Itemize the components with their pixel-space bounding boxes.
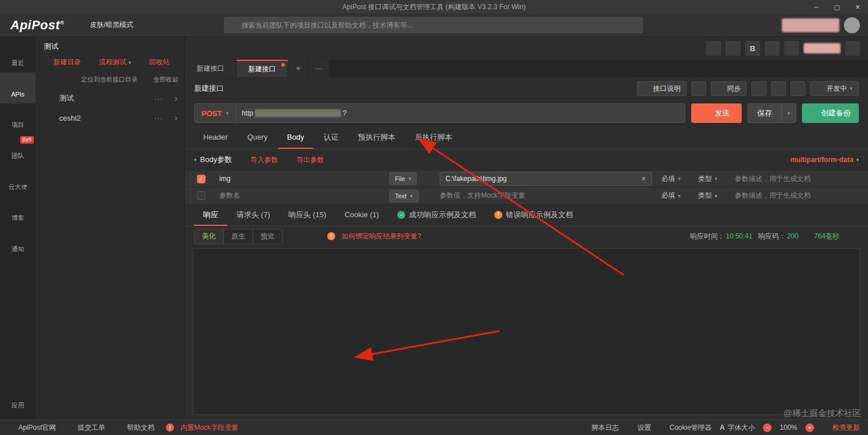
chevron-right-icon[interactable]: › <box>175 113 177 122</box>
param-required-select[interactable]: 必填▾ <box>661 174 698 184</box>
avatar[interactable] <box>844 17 860 33</box>
url-input[interactable]: http ? <box>236 109 352 117</box>
sidebar-item-notifications[interactable]: 通知 <box>0 228 36 259</box>
clear-value-icon[interactable]: ✕ <box>641 175 646 183</box>
param-desc-input[interactable]: 参数描述，用于生成文档 <box>735 191 868 201</box>
locate-current-api-button[interactable]: 定位到当前接口目录 <box>72 75 138 84</box>
sidebar-item-blog[interactable]: 博客 <box>0 197 36 228</box>
api-description-button[interactable]: 接口说明 <box>637 81 687 96</box>
method-select[interactable]: POST▾ <box>195 104 236 122</box>
tab-error-example[interactable]: ! 错误响应示例及文档 <box>485 205 582 226</box>
share-button[interactable] <box>751 81 766 96</box>
folder-more-icon[interactable]: ··· <box>154 114 163 122</box>
theme-toggle[interactable]: 皮肤/暗黑模式 <box>78 20 133 30</box>
statusbar-cookie-manager[interactable]: Cookie管理器 <box>659 423 711 433</box>
create-backup-button[interactable]: 创建备份 <box>802 103 859 123</box>
add-tab-button[interactable]: + <box>288 60 309 77</box>
tab-auth[interactable]: 认证 <box>315 126 348 149</box>
tree-folder[interactable]: ceshi2 ··· › <box>36 108 184 128</box>
tab-success-example[interactable]: ✓ 成功响应示例及文档 <box>388 205 485 226</box>
param-desc-input[interactable]: 参数描述，用于生成文档 <box>735 174 868 184</box>
statusbar-website[interactable]: ApiPost官网 <box>8 423 56 433</box>
chevron-right-icon[interactable]: › <box>175 94 177 103</box>
statusbar-script-log[interactable]: 脚本日志 <box>581 423 619 433</box>
tab-body[interactable]: Body <box>278 126 313 149</box>
new-directory-button[interactable]: 新建目录 <box>44 57 81 67</box>
export-params-button[interactable]: 导出参数 <box>287 155 324 165</box>
param-kind-select[interactable]: 类型▾ <box>698 174 735 184</box>
param-name-input[interactable]: img <box>217 175 389 183</box>
copy-button[interactable] <box>691 81 706 96</box>
save-button[interactable]: 保存 <box>747 103 781 123</box>
code-icon[interactable] <box>765 41 780 56</box>
statusbar-check-update[interactable]: 检查更新 <box>822 423 860 433</box>
param-type-select[interactable]: File▾ <box>389 172 417 185</box>
sidebar-item-apps[interactable]: 应用 <box>0 384 36 415</box>
bind-response-hint-link[interactable]: ! 如何绑定响应结果到变量? <box>327 232 421 241</box>
tab-header[interactable]: Header <box>194 126 237 149</box>
flow-test-button[interactable]: 流程测试▾ <box>89 57 131 67</box>
body-params-toggle[interactable]: ▾Body参数 <box>194 155 232 165</box>
import-params-button[interactable]: 导入参数 <box>241 155 278 165</box>
global-search[interactable] <box>224 17 643 33</box>
status-select[interactable]: 开发中▾ <box>810 81 859 96</box>
param-required-select[interactable]: 必填▾ <box>661 191 698 201</box>
param-type-select[interactable]: Text▾ <box>389 190 418 202</box>
doc-button[interactable] <box>790 81 805 96</box>
tab-request-headers[interactable]: 请求头 (7) <box>227 205 280 226</box>
param-enabled-checkbox[interactable]: ✓ <box>197 175 206 183</box>
flowchart-icon[interactable] <box>706 41 721 56</box>
param-value-input[interactable]: C:\fakepath\timg.jpg ✕ <box>440 172 652 186</box>
refresh-icon[interactable] <box>152 43 161 51</box>
tab-cookie[interactable]: Cookie (1) <box>335 205 388 226</box>
tab-post-script[interactable]: 后执行脚本 <box>406 126 462 149</box>
statusbar-settings[interactable]: 设置 <box>627 423 651 433</box>
doc-tab-active[interactable]: 新建接口 <box>237 60 288 77</box>
raw-button[interactable]: 原生 <box>224 229 253 244</box>
copy-response-button[interactable] <box>288 229 302 243</box>
zoom-in-icon[interactable]: + <box>805 424 814 432</box>
maximize-icon[interactable]: ▢ <box>827 0 847 14</box>
param-kind-select[interactable]: 类型▾ <box>698 191 735 201</box>
statusbar-ticket[interactable]: 提交工单 <box>67 423 105 433</box>
sidebar-item-cloud-ambassador[interactable]: 云大使 <box>0 165 36 197</box>
zoom-out-icon[interactable]: − <box>763 424 772 432</box>
recycle-bin-button[interactable]: 回收站 <box>140 57 170 67</box>
collapse-all-button[interactable]: 全部收起 <box>145 75 179 84</box>
sidebar-item-apis[interactable]: APIs <box>0 72 36 103</box>
share-icon[interactable] <box>168 43 176 51</box>
tab-pre-script[interactable]: 预执行脚本 <box>349 126 405 149</box>
param-name-input[interactable]: 参数名 <box>217 191 389 201</box>
eye-icon[interactable] <box>845 41 860 56</box>
close-icon[interactable]: ✕ <box>847 0 868 14</box>
content-type-select[interactable]: multipart/form-data▾ <box>790 156 859 164</box>
doc-tab[interactable]: 新建接口 <box>185 60 237 77</box>
lock-button[interactable] <box>771 81 786 96</box>
save-dropdown-icon[interactable]: ▾ <box>781 103 796 123</box>
search-input[interactable] <box>242 21 637 29</box>
folder-more-icon[interactable]: ··· <box>154 94 163 103</box>
param-enabled-checkbox[interactable] <box>197 191 206 200</box>
response-editor[interactable] <box>193 248 860 415</box>
send-button[interactable]: 发送 <box>691 103 742 123</box>
statusbar-mock-variables[interactable]: ! 内置Mock字段变量 <box>166 423 238 433</box>
sidebar-item-team[interactable]: 协作 团队 <box>0 134 36 165</box>
bold-icon[interactable]: B <box>745 41 760 56</box>
sync-button[interactable]: 同步 <box>711 81 747 96</box>
plugin-icon[interactable] <box>726 41 741 56</box>
statusbar-font-size[interactable]: A 字体大小 <box>720 423 755 433</box>
history-clock-icon[interactable] <box>845 229 859 243</box>
preview-button[interactable]: 预览 <box>253 229 282 244</box>
beautify-button[interactable]: 美化 <box>195 229 224 244</box>
more-tabs-button[interactable]: ··· <box>309 60 330 77</box>
param-value-input[interactable]: 参数值，支持Mock字段变量 <box>440 191 652 201</box>
search-response-button[interactable] <box>308 229 321 243</box>
tab-response-headers[interactable]: 响应头 (15) <box>280 205 336 226</box>
sliders-icon[interactable] <box>784 41 799 56</box>
statusbar-help-docs[interactable]: 帮助文档 <box>117 423 154 433</box>
minimize-icon[interactable]: ─ <box>806 0 827 14</box>
tab-response[interactable]: 响应 <box>194 205 227 226</box>
sidebar-item-project[interactable]: 项目 <box>0 103 36 134</box>
tree-folder[interactable]: 测试 ··· › <box>36 88 184 108</box>
sidebar-item-recent[interactable]: 最近 <box>0 41 36 72</box>
